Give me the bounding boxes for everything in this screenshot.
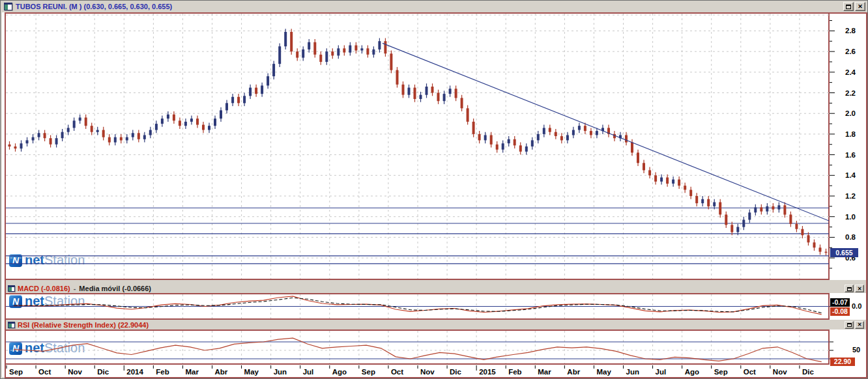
chart-icon (4, 3, 12, 10)
svg-text:2.6: 2.6 (845, 48, 856, 55)
chart-icon (8, 285, 15, 292)
close-button[interactable]: ✕ (855, 2, 865, 11)
maximize-button[interactable] (845, 285, 854, 292)
watermark-net: net (25, 253, 44, 268)
macd-zero-label: 0.0 (852, 302, 861, 310)
price-chart[interactable] (5, 12, 830, 280)
rsi-label: RSI (Relative Strength Index) (22.9044) (18, 321, 149, 329)
rsi-mid-label: 50 (852, 346, 860, 354)
rsi-chart[interactable] (5, 330, 830, 365)
time-axis (6, 365, 866, 377)
close-button[interactable]: ✕ (855, 321, 864, 329)
last-price-tag: 0.655 (830, 248, 858, 257)
maximize-icon (847, 287, 852, 291)
watermark-station: Station (44, 341, 85, 356)
svg-text:1.8: 1.8 (845, 130, 856, 138)
netstation-logo-icon: N (9, 254, 22, 267)
macd-separator: - (74, 285, 76, 292)
macd-chart[interactable] (5, 293, 830, 320)
watermark-station: Station (44, 294, 85, 309)
svg-text:1.6: 1.6 (845, 151, 856, 159)
netstation-logo-icon: N (9, 295, 22, 308)
watermark-net: net (25, 294, 44, 309)
svg-text:2.8: 2.8 (845, 27, 856, 35)
svg-text:2.0: 2.0 (845, 109, 856, 117)
window-bottom-edge (5, 377, 867, 378)
svg-text:1.2: 1.2 (845, 192, 856, 200)
maximize-icon (846, 5, 851, 9)
chart-icon (8, 322, 15, 328)
svg-text:2.4: 2.4 (845, 68, 856, 76)
rsi-value-tag: 22.90 (830, 358, 855, 366)
svg-text:0.8: 0.8 (845, 233, 856, 241)
svg-text:1.0: 1.0 (845, 213, 856, 221)
axis-top-edge (828, 12, 867, 14)
netstation-watermark: N netStation (9, 294, 85, 309)
watermark-station: Station (44, 253, 85, 268)
macd-titlebar: MACD (-0.0816) - Media móvil (-0.0666) ✕ (6, 284, 866, 293)
chart-window: TUBOS REUNI. (M ) (0.630, 0.665, 0.630, … (0, 0, 868, 379)
window-title: TUBOS REUNI. (M ) (0.630, 0.665, 0.630, … (16, 3, 172, 10)
netstation-watermark: N netStation (9, 253, 85, 268)
macd-ma-label: Media móvil (-0.0666) (79, 285, 151, 292)
svg-text:1.4: 1.4 (845, 171, 856, 179)
close-button[interactable]: ✕ (855, 285, 864, 292)
maximize-button[interactable] (843, 2, 854, 11)
maximize-icon (847, 323, 852, 327)
main-titlebar: TUBOS REUNI. (M ) (0.630, 0.665, 0.630, … (1, 1, 867, 12)
rsi-titlebar: RSI (Relative Strength Index) (22.9044) … (6, 320, 866, 330)
macd-label: MACD (-0.0816) (18, 285, 70, 292)
maximize-button[interactable] (845, 321, 854, 329)
svg-text:2.2: 2.2 (845, 89, 856, 97)
window-right-edge (866, 12, 867, 378)
netstation-logo-icon: N (9, 342, 22, 355)
macd-value-tag: -0.08 (830, 307, 850, 316)
netstation-watermark: N netStation (9, 341, 85, 356)
watermark-net: net (25, 341, 44, 356)
macd-signal-tag: -0.07 (830, 298, 850, 307)
